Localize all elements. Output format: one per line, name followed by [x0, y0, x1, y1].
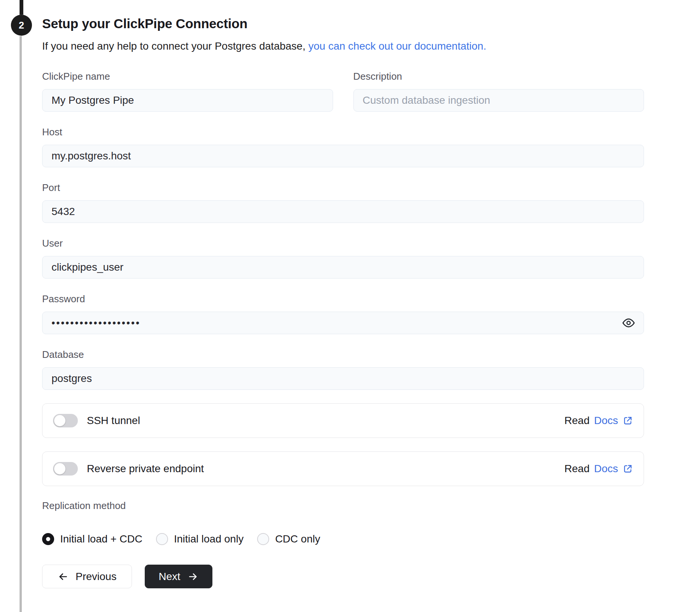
arrow-right-icon [187, 571, 198, 582]
clickpipe-setup-page: 2 Setup your ClickPipe Connection If you… [0, 0, 700, 612]
host-field-group: Host [42, 126, 644, 167]
stepper-connector-top [20, 0, 23, 15]
password-field-group: Password [42, 293, 644, 334]
clickpipe-name-label: ClickPipe name [42, 71, 333, 82]
description-field-group: Description [353, 71, 644, 112]
port-field-group: Port [42, 182, 644, 223]
documentation-link[interactable]: you can check out our documentation. [308, 40, 486, 52]
database-label: Database [42, 349, 644, 360]
page-title: Setup your ClickPipe Connection [42, 17, 644, 31]
user-field-group: User [42, 238, 644, 279]
reverse-private-endpoint-label: Reverse private endpoint [87, 463, 204, 475]
rpe-docs-link[interactable]: Docs [594, 463, 633, 475]
help-text: If you need any help to connect your Pos… [42, 40, 644, 53]
port-label: Port [42, 182, 644, 193]
toggle-knob [54, 463, 65, 474]
description-label: Description [353, 71, 644, 82]
radio-initial-load-only[interactable]: Initial load only [156, 533, 244, 545]
ssh-tunnel-row: SSH tunnel Read Docs [42, 403, 644, 438]
previous-button-label: Previous [76, 571, 117, 583]
previous-button[interactable]: Previous [42, 565, 132, 588]
stepper-connector-bottom [20, 36, 22, 612]
toggle-knob [54, 415, 65, 426]
arrow-left-icon [58, 571, 69, 582]
host-label: Host [42, 126, 644, 138]
port-input[interactable] [42, 200, 644, 223]
external-link-icon [623, 415, 633, 426]
eye-icon [622, 317, 635, 329]
next-button[interactable]: Next [145, 565, 212, 588]
rpe-docs-group: Read Docs [564, 463, 633, 475]
ssh-tunnel-toggle[interactable] [53, 414, 78, 427]
database-field-group: Database [42, 349, 644, 390]
reverse-private-endpoint-row: Reverse private endpoint Read Docs [42, 451, 644, 486]
show-password-button[interactable] [621, 315, 636, 331]
password-input-wrap [42, 312, 644, 334]
replication-method-label: Replication method [42, 500, 644, 511]
help-text-prefix: If you need any help to connect your Pos… [42, 40, 305, 52]
reverse-private-endpoint-toggle[interactable] [53, 462, 78, 476]
next-button-label: Next [159, 571, 180, 583]
docs-link-text: Docs [594, 463, 618, 475]
clickpipe-name-input[interactable] [42, 89, 333, 112]
clickpipe-name-field-group: ClickPipe name [42, 71, 333, 112]
replication-method-radio-group: Initial load + CDC Initial load only CDC… [42, 533, 644, 545]
database-input[interactable] [42, 367, 644, 390]
user-input[interactable] [42, 256, 644, 279]
radio-label: Initial load + CDC [60, 533, 142, 545]
name-description-row: ClickPipe name Description [42, 71, 644, 112]
ssh-docs-link[interactable]: Docs [594, 415, 633, 427]
read-text: Read [564, 463, 589, 475]
docs-link-text: Docs [594, 415, 618, 427]
step-number: 2 [19, 20, 24, 31]
radio-initial-load-cdc[interactable]: Initial load + CDC [42, 533, 142, 545]
radio-label: Initial load only [174, 533, 244, 545]
password-input[interactable] [42, 312, 644, 334]
radio-label: CDC only [275, 533, 320, 545]
password-label: Password [42, 293, 644, 304]
radio-unselected-icon [257, 533, 269, 545]
user-label: User [42, 238, 644, 249]
ssh-tunnel-label: SSH tunnel [87, 415, 140, 427]
host-input[interactable] [42, 145, 644, 167]
step-content: Setup your ClickPipe Connection If you n… [42, 17, 644, 588]
action-buttons-row: Previous Next [42, 565, 644, 588]
external-link-icon [623, 464, 633, 474]
ssh-docs-group: Read Docs [564, 415, 633, 427]
step-badge: 2 [11, 15, 32, 36]
read-text: Read [564, 415, 589, 427]
radio-selected-icon [42, 533, 54, 545]
radio-cdc-only[interactable]: CDC only [257, 533, 320, 545]
radio-unselected-icon [156, 533, 168, 545]
description-input[interactable] [353, 89, 644, 112]
